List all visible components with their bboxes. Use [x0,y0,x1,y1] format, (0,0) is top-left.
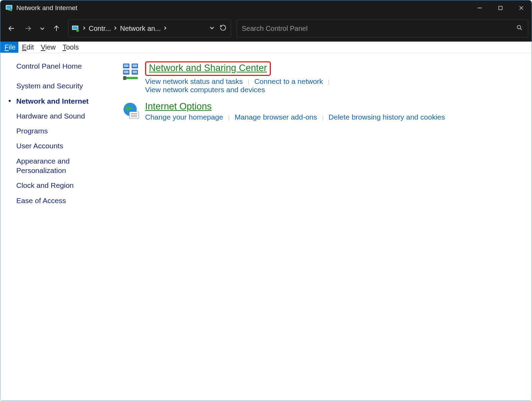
manage-browser-addons-link[interactable]: Manage browser add-ons [234,113,317,121]
svg-rect-23 [133,71,138,73]
sidebar-item-programs[interactable]: Programs [16,126,99,136]
search-box[interactable] [237,19,528,37]
sidebar-item-system-and-security[interactable]: System and Security [16,81,99,90]
minimize-button[interactable] [469,0,490,15]
sidebar-item-network-and-internet[interactable]: Network and Internet [16,96,89,106]
connect-to-network-link[interactable]: Connect to a network [254,77,323,85]
menu-bar: File Edit View Tools [0,42,532,53]
svg-point-3 [10,8,12,11]
back-button[interactable] [4,20,19,37]
address-bar[interactable]: Contr... Network an... [68,19,231,37]
menu-edit[interactable]: Edit [18,42,37,53]
sidebar-item-ease-of-access[interactable]: Ease of Access [16,196,99,205]
delete-browsing-history-link[interactable]: Delete browsing history and cookies [329,113,445,121]
internet-options-link[interactable]: Internet Options [145,101,212,112]
section-internet-options: Internet Options Change your homepage | … [122,101,521,121]
sidebar: Control Panel Home System and Security N… [0,53,118,401]
svg-rect-5 [499,6,502,10]
search-icon[interactable] [516,24,523,33]
main-panel: Network and Sharing Center View network … [118,53,532,401]
window-title: Network and Internet [16,4,77,12]
svg-line-15 [520,28,522,30]
titlebar: Network and Internet [0,0,532,15]
link-divider: | [328,79,329,85]
network-and-sharing-center-link[interactable]: Network and Sharing Center [145,61,271,76]
sidebar-item-hardware-and-sound[interactable]: Hardware and Sound [16,111,99,121]
svg-rect-20 [124,64,129,67]
view-network-computers-link[interactable]: View network computers and devices [145,86,265,94]
address-history-dropdown[interactable] [209,25,215,32]
sidebar-item-control-panel-home[interactable]: Control Panel Home [16,61,99,71]
view-network-status-link[interactable]: View network status and tasks [145,77,243,85]
address-bar-icon [71,24,80,33]
breadcrumb-segment-1[interactable]: Contr... [87,25,113,33]
current-indicator-icon [9,100,11,102]
svg-rect-21 [133,64,138,67]
close-button[interactable] [511,0,532,15]
section-network-sharing-center: Network and Sharing Center View network … [122,61,521,94]
breadcrumb-segment-2[interactable]: Network an... [118,25,163,33]
up-button[interactable] [49,20,64,37]
control-panel-network-icon [5,4,13,12]
link-divider: | [322,115,323,121]
change-homepage-link[interactable]: Change your homepage [145,113,223,121]
menu-tools[interactable]: Tools [59,42,82,53]
svg-rect-1 [7,6,12,9]
link-divider: | [228,115,230,121]
maximize-button[interactable] [490,0,511,15]
menu-view[interactable]: View [37,42,59,53]
svg-rect-24 [125,77,138,79]
svg-point-14 [517,25,521,29]
sidebar-item-appearance-and-personalization[interactable]: Appearance and Personalization [16,156,99,175]
network-sharing-sublinks: View network status and tasks | Connect … [145,77,521,94]
chevron-right-icon[interactable] [113,26,118,32]
network-sharing-center-icon [122,62,140,81]
link-divider: | [248,79,249,85]
sidebar-item-user-accounts[interactable]: User Accounts [16,141,99,150]
svg-rect-12 [73,26,78,29]
internet-options-icon [122,102,140,120]
svg-rect-22 [124,71,129,73]
forward-button[interactable] [20,20,36,37]
refresh-button[interactable] [220,24,227,33]
sidebar-item-clock-and-region[interactable]: Clock and Region [16,181,99,190]
internet-options-sublinks: Change your homepage | Manage browser ad… [145,113,521,121]
chevron-right-icon[interactable] [163,26,168,32]
search-input[interactable] [242,25,516,33]
svg-point-13 [76,29,79,32]
menu-file[interactable]: File [0,42,18,53]
content-area: Control Panel Home System and Security N… [0,53,532,401]
svg-rect-25 [123,76,126,80]
chevron-right-icon[interactable] [82,26,87,32]
recent-locations-dropdown[interactable] [37,20,47,37]
navigation-toolbar: Contr... Network an... [0,15,532,42]
